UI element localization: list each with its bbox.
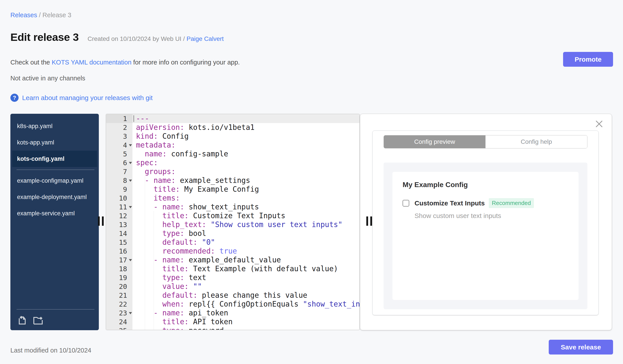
- code-line-3[interactable]: 3kind: Config: [106, 132, 359, 141]
- code-line-21[interactable]: 21 default: please change this value: [106, 291, 359, 300]
- created-by-link[interactable]: Paige Calvert: [187, 35, 224, 42]
- code-line-8[interactable]: 8 - name: example_settings: [106, 176, 359, 185]
- file-item-kots-app.yaml[interactable]: kots-app.yaml: [10, 134, 99, 151]
- line-number: 14: [106, 229, 133, 238]
- code-text: title: Text Example (with default value): [133, 264, 359, 273]
- code-line-18[interactable]: 18 title: Text Example (with default val…: [106, 264, 359, 273]
- code-line-2[interactable]: 2apiVersion: kots.io/v1beta1: [106, 123, 359, 132]
- code-line-20[interactable]: 20 value: "": [106, 282, 359, 291]
- code-line-15[interactable]: 15 default: "0": [106, 238, 359, 247]
- code-line-16[interactable]: 16 recommended: true: [106, 247, 359, 256]
- line-number: 13: [106, 220, 133, 229]
- code-line-23[interactable]: 23 - name: api_token: [106, 309, 359, 317]
- docs-suffix: for more info on configuring your app.: [132, 59, 240, 66]
- code-line-1[interactable]: 1---: [106, 114, 359, 123]
- file-item-example-deployment.yaml[interactable]: example-deployment.yaml: [10, 189, 99, 205]
- channel-status: Not active in any channels: [10, 75, 85, 82]
- line-number: 19: [106, 273, 133, 282]
- code-text: default: please change this value: [133, 291, 359, 300]
- code-line-6[interactable]: 6spec:: [106, 158, 359, 167]
- new-folder-icon[interactable]: [33, 315, 43, 325]
- config-item-help-text: Show custom user text inputs: [415, 212, 568, 220]
- yaml-code-editor[interactable]: 1---2apiVersion: kots.io/v1beta13kind: C…: [106, 114, 360, 330]
- code-line-22[interactable]: 22 when: repl{{ ConfigOptionEquals "show…: [106, 300, 359, 309]
- code-line-5[interactable]: 5 name: config-sample: [106, 150, 359, 158]
- line-number: 20: [106, 282, 133, 291]
- line-number: 5: [106, 150, 133, 158]
- preview-resize-handle[interactable]: [366, 217, 372, 226]
- code-text: - name: example_default_value: [133, 256, 359, 264]
- breadcrumb-releases-link[interactable]: Releases: [10, 12, 37, 19]
- line-number: 3: [106, 132, 133, 141]
- code-line-7[interactable]: 7 groups:: [106, 167, 359, 176]
- code-line-13[interactable]: 13 help_text: "Show custom user text inp…: [106, 220, 359, 229]
- config-preview-panel: Config previewConfig help My Example Con…: [360, 114, 612, 330]
- breadcrumb: Releases / Release 3: [10, 12, 71, 19]
- file-group-divider: [17, 170, 94, 170]
- file-item-k8s-app.yaml[interactable]: k8s-app.yaml: [10, 118, 99, 134]
- close-icon[interactable]: [595, 120, 603, 128]
- code-text: spec:: [133, 158, 359, 167]
- code-text: recommended: true: [133, 247, 359, 256]
- file-item-example-service.yaml[interactable]: example-service.yaml: [10, 205, 99, 222]
- promote-button[interactable]: Promote: [563, 52, 613, 67]
- line-number: 1: [106, 114, 133, 123]
- line-number: 21: [106, 291, 133, 300]
- line-number: 8: [106, 176, 133, 185]
- config-group-title: My Example Config: [402, 181, 568, 189]
- line-number: 16: [106, 247, 133, 256]
- code-text: title: My Example Config: [133, 185, 359, 194]
- tab-config-preview[interactable]: Config preview: [384, 135, 486, 148]
- code-line-11[interactable]: 11 - name: show_text_inputs: [106, 202, 359, 211]
- code-line-14[interactable]: 14 type: bool: [106, 229, 359, 238]
- code-line-19[interactable]: 19 type: text: [106, 273, 359, 282]
- fold-arrow-icon[interactable]: [129, 259, 132, 261]
- fold-arrow-icon[interactable]: [129, 162, 132, 164]
- code-text: kind: Config: [133, 132, 359, 141]
- new-file-icon[interactable]: [17, 315, 27, 325]
- code-text: title: Customize Text Inputs: [133, 211, 359, 220]
- config-item-row: Customize Text Inputs Recommended: [402, 198, 568, 208]
- git-releases-link[interactable]: Learn about managing your releases with …: [22, 94, 153, 101]
- file-item-kots-config.yaml[interactable]: kots-config.yaml: [12, 151, 97, 167]
- save-release-button[interactable]: Save release: [549, 340, 613, 355]
- help-question-icon: ?: [10, 94, 19, 102]
- code-text: ---: [133, 114, 359, 123]
- fold-arrow-icon[interactable]: [129, 206, 132, 208]
- created-meta: Created on 10/10/2024 by Web UI / Paige …: [88, 35, 224, 42]
- sidebar-resize-handle[interactable]: [98, 217, 104, 226]
- code-line-17[interactable]: 17 - name: example_default_value: [106, 256, 359, 264]
- code-text: default: "0": [133, 238, 359, 247]
- line-number: 4: [106, 141, 133, 150]
- customize-text-inputs-checkbox[interactable]: [402, 200, 409, 206]
- code-text: type: text: [133, 273, 359, 282]
- release-editor-section: k8s-app.yamlkots-app.yamlkots-config.yam…: [10, 114, 612, 330]
- breadcrumb-separator: /: [37, 12, 43, 19]
- line-number: 7: [106, 167, 133, 176]
- git-help-row[interactable]: ? Learn about managing your releases wit…: [10, 94, 153, 102]
- kots-docs-link[interactable]: KOTS YAML documentation: [52, 59, 132, 66]
- line-number: 9: [106, 185, 133, 194]
- file-item-example-configmap.yaml[interactable]: example-configmap.yaml: [10, 173, 99, 189]
- line-number: 12: [106, 211, 133, 220]
- line-number: 24: [106, 317, 133, 326]
- line-number: 11: [106, 202, 133, 211]
- tab-config-help[interactable]: Config help: [486, 135, 587, 148]
- code-line-9[interactable]: 9 title: My Example Config: [106, 185, 359, 194]
- fold-arrow-icon[interactable]: [129, 180, 132, 182]
- fold-arrow-icon[interactable]: [129, 144, 132, 146]
- fold-arrow-icon[interactable]: [129, 312, 132, 314]
- code-line-12[interactable]: 12 title: Customize Text Inputs: [106, 211, 359, 220]
- sidebar-file-actions: [17, 315, 43, 325]
- code-line-24[interactable]: 24 title: API token: [106, 317, 359, 326]
- line-number: 2: [106, 123, 133, 132]
- code-line-25[interactable]: 25 type: password: [106, 326, 359, 330]
- code-line-4[interactable]: 4metadata:: [106, 141, 359, 150]
- code-text: type: password: [133, 326, 359, 330]
- code-line-10[interactable]: 10 items:: [106, 194, 359, 202]
- line-number: 6: [106, 158, 133, 167]
- page-title: Edit release 3: [10, 31, 79, 43]
- code-text: help_text: "Show custom user text inputs…: [133, 220, 359, 229]
- release-editor-page: Releases / Release 3 Edit release 3 Crea…: [0, 0, 623, 364]
- code-text: groups:: [133, 167, 359, 176]
